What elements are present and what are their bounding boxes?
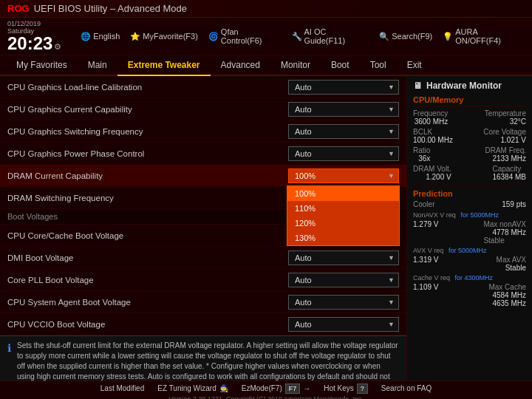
max-non-avx-label: Max nonAVX — [483, 220, 526, 228]
tab-my-favorites[interactable]: My Favorites — [6, 55, 78, 76]
aioc-label: AI OC Guide(F11) — [304, 27, 369, 45]
dropdown-cpu-llc[interactable]: Auto — [288, 80, 399, 95]
hw-freq-value: 3600 MHz — [413, 117, 448, 126]
tab-main[interactable]: Main — [78, 55, 117, 76]
dropdown-cpu-current[interactable]: Auto — [288, 102, 399, 117]
aura-button[interactable]: 💡 AURA ON/OFF(F4) — [443, 27, 525, 45]
dropdown-wrapper[interactable]: Auto — [288, 146, 399, 161]
dropdown-dram-current[interactable]: 100% — [288, 168, 399, 183]
cpu-memory-section: CPU/Memory — [413, 95, 526, 106]
tab-exit[interactable]: Exit — [397, 55, 432, 76]
dropdown-core-pll[interactable]: Auto — [288, 273, 399, 287]
setting-value: Auto — [288, 250, 399, 265]
tab-tool[interactable]: Tool — [360, 55, 397, 76]
nav-tabs: My Favorites Main Extreme Tweaker Advanc… — [0, 55, 532, 76]
language-selector[interactable]: 🌐 English — [81, 32, 120, 41]
ezmode-button[interactable]: EzMode(F7) F7 → — [242, 383, 311, 394]
cache-vreq-value: 1.109 V — [413, 283, 438, 307]
tab-extreme-tweaker[interactable]: Extreme Tweaker — [117, 55, 211, 76]
search-faq-button[interactable]: Search on FAQ — [381, 384, 432, 392]
dropdown-dmi-boot[interactable]: Auto — [288, 250, 399, 265]
avx-values: 1.319 V Max AVX Stable — [413, 256, 526, 272]
setting-label: Core PLL Boot Voltage — [7, 276, 288, 284]
dropdown-cpu-phase[interactable]: Auto — [288, 146, 399, 161]
dropdown-wrapper[interactable]: Auto — [288, 124, 399, 139]
hw-bclk-vcore: BCLK 100.00 MHz Core Voltage 1.021 V — [413, 128, 526, 144]
setting-vccio-boot[interactable]: CPU VCCIO Boot Voltage Auto — [0, 313, 406, 335]
avx-vreq-value: 1.319 V — [413, 256, 438, 272]
setting-label: CPU Core/Cache Boot Voltage — [7, 231, 288, 240]
main-layout: CPU Graphics Load-line Calibration Auto … — [0, 76, 532, 381]
hotkeys-button[interactable]: Hot Keys ? — [324, 383, 368, 394]
tab-monitor[interactable]: Monitor — [270, 55, 321, 76]
wizard-icon: 🧙 — [219, 384, 228, 392]
dropdown-option-100[interactable]: 100% — [287, 186, 399, 201]
setting-label: CPU VCCIO Boot Voltage — [7, 320, 288, 329]
max-non-avx-stable: Stable — [483, 236, 526, 245]
info-icon: ℹ — [7, 342, 11, 381]
dropdown-vccio-boot[interactable]: Auto — [288, 317, 399, 332]
dropdown-wrapper[interactable]: Auto — [288, 273, 399, 287]
setting-value: Auto — [288, 80, 399, 95]
hw-temp-value: 32°C — [485, 117, 526, 126]
qfan-icon: 🌀 — [208, 32, 219, 41]
language-icon: 🌐 — [81, 32, 91, 41]
setting-value: Auto — [288, 317, 399, 332]
myfavorite-label: MyFavorite(F3) — [143, 32, 198, 41]
search-button[interactable]: 🔍 Search(F9) — [379, 32, 432, 41]
dropdown-wrapper[interactable]: 100% — [288, 168, 399, 183]
hw-vcore-label: Core Voltage — [483, 128, 526, 136]
cache-values: 1.109 V Max Cache 4584 MHz 4635 MHz — [413, 283, 526, 307]
myfavorite-button[interactable]: ⭐ MyFavorite(F3) — [130, 32, 198, 41]
dropdown-option-130[interactable]: 130% — [287, 231, 399, 245]
dropdown-wrapper[interactable]: Auto — [288, 80, 399, 95]
setting-label: DMI Boot Voltage — [7, 253, 288, 262]
avx-for: for 5000MHz — [449, 247, 487, 254]
info-panel: ℹ Sets the shut-off current limit for th… — [0, 335, 406, 381]
max-avx-value: Stable — [497, 264, 526, 272]
aioc-button[interactable]: 🔧 AI OC Guide(F11) — [292, 27, 369, 45]
setting-cpu-phase-control[interactable]: CPU Graphics Power Phase Control Auto — [0, 143, 406, 165]
qfan-button[interactable]: 🌀 Qfan Control(F6) — [208, 27, 282, 45]
tab-advanced[interactable]: Advanced — [211, 55, 270, 76]
hw-temp-label: Temperature — [485, 109, 526, 117]
setting-dram-current[interactable]: DRAM Current Capability 100% — [0, 165, 406, 187]
tab-boot[interactable]: Boot — [321, 55, 360, 76]
dropdown-cpu-switching[interactable]: Auto — [288, 124, 399, 139]
setting-cpu-graphics-current[interactable]: CPU Graphics Current Capability Auto — [0, 98, 406, 120]
hw-freq-label: Frequency — [413, 109, 448, 117]
dropdown-wrapper[interactable]: Auto — [288, 102, 399, 117]
non-avx-values: 1.279 V Max nonAVX 4778 MHz Stable — [413, 220, 526, 245]
cooler-label: Cooler — [413, 200, 434, 208]
settings-gear-icon[interactable]: ⚙ — [54, 42, 61, 52]
dropdown-option-110[interactable]: 110% — [287, 201, 399, 216]
hw-dramvolt-value: 1.200 V — [413, 173, 451, 181]
bios-title: UEFI BIOS Utility – Advanced Mode — [34, 3, 187, 14]
datetime-block: 01/12/2019 Saturday 20:23 ⚙ — [7, 20, 69, 52]
title-bar: ROG UEFI BIOS Utility – Advanced Mode — [0, 0, 532, 18]
ez-tuning-label: EZ Tuning Wizard — [157, 384, 216, 392]
max-avx-label: Max AVX — [497, 256, 526, 264]
setting-cpu-graphics-llc[interactable]: CPU Graphics Load-line Calibration Auto — [0, 76, 406, 98]
setting-value: Auto — [288, 273, 399, 287]
setting-core-pll[interactable]: Core PLL Boot Voltage Auto — [0, 269, 406, 291]
dropdown-wrapper[interactable]: Auto — [288, 295, 399, 310]
dropdown-wrapper[interactable]: Auto — [288, 317, 399, 332]
toolbar-items: 🌐 English ⭐ MyFavorite(F3) 🌀 Qfan Contro… — [81, 27, 525, 45]
setting-value: Auto — [288, 146, 399, 161]
dropdown-wrapper[interactable]: Auto — [288, 250, 399, 265]
dropdown-sys-agent[interactable]: Auto — [288, 295, 399, 310]
last-modified-button[interactable]: Last Modified — [100, 384, 144, 392]
hotkeys-key: ? — [357, 383, 368, 394]
info-text: Sets the shut-off current limit for the … — [17, 341, 399, 381]
dropdown-option-120[interactable]: 120% — [287, 216, 399, 231]
setting-sys-agent[interactable]: CPU System Agent Boot Voltage Auto — [0, 291, 406, 313]
hw-capacity-value: 16384 MB — [492, 173, 526, 181]
prediction-cooler: Cooler 159 pts — [413, 200, 526, 208]
settings-area: CPU Graphics Load-line Calibration Auto … — [0, 76, 406, 335]
ez-tuning-wizard-button[interactable]: EZ Tuning Wizard 🧙 — [157, 384, 228, 392]
setting-cpu-switching[interactable]: CPU Graphics Switching Frequency Auto — [0, 120, 406, 143]
language-label: English — [93, 32, 120, 41]
hw-ratio-label: Ratio — [413, 146, 430, 154]
setting-dmi-boot[interactable]: DMI Boot Voltage Auto — [0, 247, 406, 269]
